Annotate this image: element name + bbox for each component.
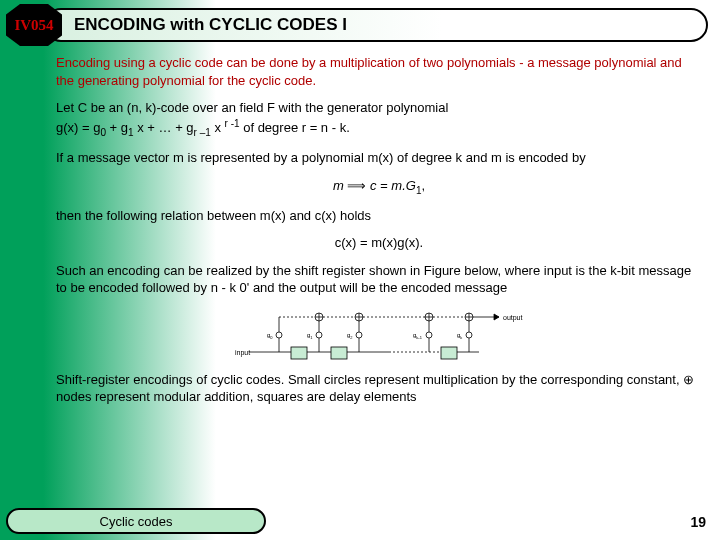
p1bm3: x [211,120,225,135]
svg-point-18 [276,332,282,338]
footer-bar: Cyclic codes [6,508,266,534]
fig-g0: g0 [267,332,273,340]
fig-input-label: input [235,349,250,357]
content: Encoding using a cyclic code can be done… [56,54,702,416]
svg-point-19 [316,332,322,338]
p1a: Let C be an (n, k)-code over an field F … [56,100,448,115]
fig-g1: g1 [307,332,313,340]
badge-text: IV054 [14,17,53,34]
p1b: g(x) = g [56,120,100,135]
svg-point-22 [466,332,472,338]
footer-text: Cyclic codes [100,514,173,529]
para-relation: then the following relation between m(x)… [56,207,702,225]
header: IV054 ENCODING with CYCLIC CODES I [6,6,708,44]
svg-marker-17 [494,314,499,320]
svg-rect-33 [291,347,307,359]
eq1l: m [333,178,347,193]
p1bm2: x + … + g [134,120,194,135]
intro-text: Encoding using a cyclic code can be done… [56,54,702,89]
fig-gk1: gk-1 [413,332,423,340]
fig-gk: gk [457,332,462,340]
svg-rect-35 [441,347,457,359]
eq1c: , [421,178,425,193]
fig-g2: g2 [347,332,353,340]
eq1r: c = m.G [366,178,415,193]
title-bar: ENCODING with CYCLIC CODES I [44,8,708,42]
page-title: ENCODING with CYCLIC CODES I [74,15,347,35]
eq1: m ⟹ c = m.G1, [56,177,702,197]
badge-octagon: IV054 [6,4,62,46]
para-shift-register: Such an encoding can be realized by the … [56,262,702,297]
svg-point-20 [356,332,362,338]
para-caption: Shift-register encodings of cyclic codes… [56,371,702,406]
svg-rect-34 [331,347,347,359]
shift-register-figure: output input g0 g1 g2 gk-1 gk [229,307,529,365]
svg-point-21 [426,332,432,338]
supr: r -1 [225,118,240,129]
arrow-icon: ⟹ [347,178,366,193]
para-generator: Let C be an (n, k)-code over an field F … [56,99,702,139]
p1bm: + g [106,120,128,135]
p1be: of degree r = n - k. [240,120,350,135]
eq2: c(x) = m(x)g(x). [56,234,702,252]
subr: r –1 [194,127,211,138]
fig-output-label: output [503,314,523,322]
page-number: 19 [690,514,706,530]
para-message: If a message vector m is represented by … [56,149,702,167]
